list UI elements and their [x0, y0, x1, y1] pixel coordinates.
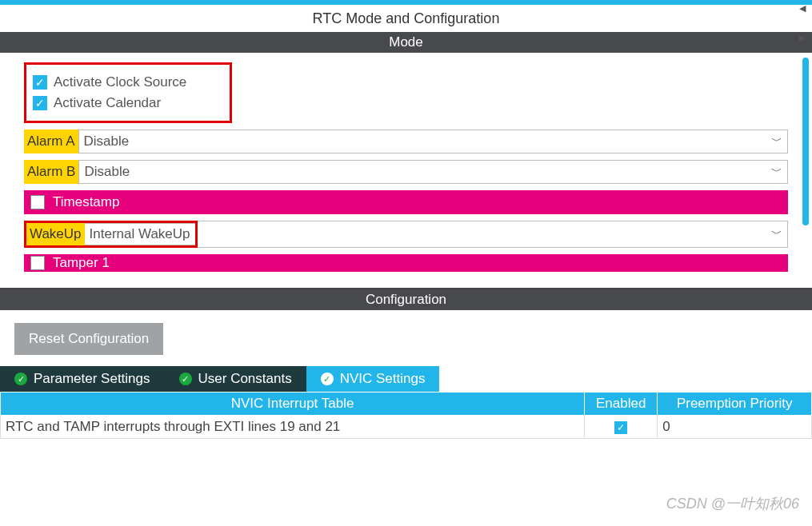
tamper1-checkbox[interactable] [30, 256, 45, 270]
timestamp-checkbox[interactable] [30, 195, 45, 209]
mode-pane: ✓ Activate Clock Source ✓ Activate Calen… [0, 53, 812, 288]
wakeup-value-inner: Internal WakeUp [85, 223, 195, 245]
alarm-a-label: Alarm A [24, 130, 78, 153]
scrollbar-thumb[interactable] [802, 58, 809, 225]
tab-label: NVIC Settings [340, 371, 426, 387]
check-circle-icon: ✓ [14, 373, 27, 385]
tab-nvic-settings[interactable]: ✓ NVIC Settings [306, 366, 440, 392]
config-tabs: ✓ Parameter Settings ✓ User Constants ✓ … [0, 366, 812, 392]
tamper1-label: Tamper 1 [53, 255, 110, 271]
tab-user-constants[interactable]: ✓ User Constants [165, 366, 306, 392]
check-circle-icon: ✓ [321, 373, 334, 385]
activate-clock-label: Activate Clock Source [54, 74, 186, 90]
chevron-down-icon: ﹀ [771, 165, 782, 179]
enabled-checkbox[interactable]: ✓ [614, 421, 627, 434]
wakeup-label: WakeUp [26, 223, 85, 245]
activate-calendar-checkbox[interactable]: ✓ [33, 96, 47, 110]
alarm-b-label: Alarm B [24, 160, 78, 184]
configuration-pane: Configuration Reset Configuration ✓ Para… [0, 288, 812, 439]
reset-configuration-button[interactable]: Reset Configuration [14, 323, 163, 355]
timestamp-label: Timestamp [53, 194, 119, 210]
tab-label: User Constants [198, 371, 292, 387]
interrupt-name: RTC and TAMP interrupts through EXTI lin… [1, 416, 585, 439]
check-circle-icon: ✓ [179, 373, 192, 385]
activate-calendar-label: Activate Calendar [54, 95, 161, 111]
chevron-down-icon: ﹀ [771, 134, 782, 149]
tab-parameter-settings[interactable]: ✓ Parameter Settings [0, 366, 165, 392]
config-section-header: Configuration [0, 289, 812, 310]
nvic-interrupt-table: NVIC Interrupt Table Enabled Preemption … [0, 392, 812, 439]
alarm-a-select[interactable]: Disable ﹀ [78, 130, 788, 153]
tab-label: Parameter Settings [34, 371, 150, 387]
pane-expand-arrows[interactable]: ◀▶ [799, 3, 812, 43]
alarm-a-value: Disable [84, 133, 130, 149]
interrupt-enabled-cell[interactable]: ✓ [585, 416, 658, 439]
chevron-down-icon: ﹀ [771, 227, 782, 241]
tamper1-row[interactable]: Tamper 1 [24, 254, 788, 272]
wakeup-select[interactable]: ﹀ [198, 221, 788, 248]
activate-clock-checkbox[interactable]: ✓ [33, 75, 47, 90]
col-priority: Preemption Priority [658, 393, 812, 416]
col-enabled: Enabled [585, 393, 658, 416]
col-name: NVIC Interrupt Table [1, 393, 585, 416]
table-row[interactable]: RTC and TAMP interrupts through EXTI lin… [1, 416, 812, 439]
page-title: RTC Mode and Configuration [0, 5, 812, 32]
alarm-b-select[interactable]: Disable ﹀ [78, 160, 788, 184]
timestamp-row[interactable]: Timestamp [24, 190, 788, 214]
alarm-b-value: Disable [84, 164, 130, 180]
mode-section-header: Mode [0, 32, 812, 53]
highlight-box-wakeup: WakeUp Internal WakeUp [24, 221, 198, 248]
watermark: CSDN @一叶知秋06 [666, 494, 799, 513]
highlight-box-checks: ✓ Activate Clock Source ✓ Activate Calen… [24, 62, 232, 123]
interrupt-priority[interactable]: 0 [658, 416, 812, 439]
